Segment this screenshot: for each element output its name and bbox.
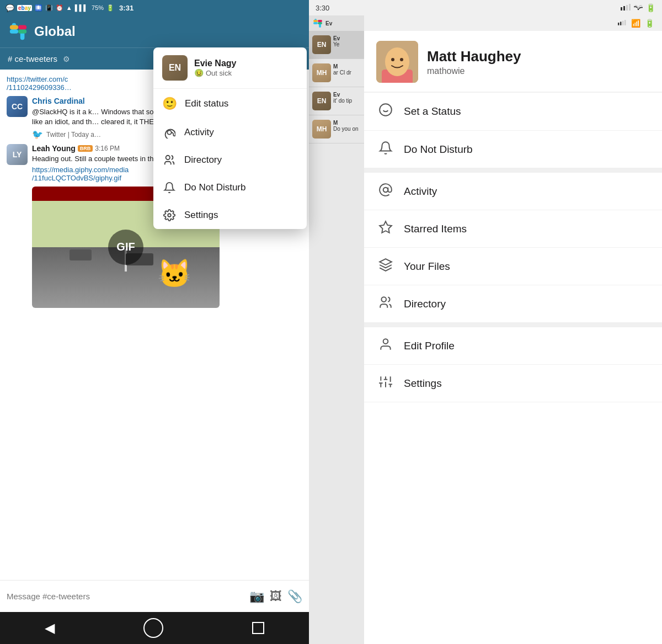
svg-rect-10 [18, 25, 26, 30]
status-bar-right: 3:30 🔋 [309, 0, 662, 15]
wifi-icon-profile: 📶 [631, 19, 640, 28]
mid-topbar-name: Ev [325, 20, 332, 26]
home-button[interactable] [143, 618, 163, 638]
mid-item-2[interactable]: MH M ar Cl dr [309, 59, 364, 87]
mid-avatar-3: EN [312, 92, 331, 110]
svg-point-4 [638, 8, 639, 10]
mid-text-4: M Do you on [333, 120, 359, 132]
svg-rect-19 [318, 20, 322, 22]
slack-logo [8, 21, 29, 42]
back-button[interactable]: ◀ [45, 620, 55, 636]
image-icon[interactable]: 🖼 [270, 589, 282, 604]
profile-header: Matt Haughey mathowie [364, 31, 662, 93]
sender-name-leah[interactable]: Leah Young [32, 144, 76, 153]
svg-point-27 [391, 58, 394, 61]
person-icon-profile [378, 337, 393, 354]
menu-edit-profile[interactable]: Edit Profile [364, 327, 662, 365]
activity-label: Activity [184, 127, 214, 138]
svg-point-28 [400, 58, 403, 61]
svg-rect-18 [313, 20, 318, 22]
dnd-label: Do Not Disturb [184, 182, 245, 193]
mid-avatar-1: EN [312, 35, 331, 54]
menu-starred[interactable]: Starred Items [364, 210, 662, 248]
dropdown-item-dnd[interactable]: Do Not Disturb [153, 174, 307, 201]
signal-bars-icon: ▌▌▌ [75, 4, 88, 11]
dropdown-item-edit-status[interactable]: 🙂 Edit status [153, 89, 307, 119]
dropdown-user-avatar: EN [162, 55, 188, 81]
svg-rect-23 [624, 20, 626, 25]
dropdown-header: EN Evie Nagy 🤢 Out sick [153, 47, 307, 89]
wifi-icon: ▲ [66, 4, 72, 11]
your-files-label: Your Files [404, 260, 450, 273]
directory-label: Directory [184, 155, 222, 166]
section-divider-1 [364, 168, 662, 173]
profile-info: Matt Haughey mathowie [427, 48, 521, 76]
profile-avatar [376, 41, 418, 83]
menu-settings[interactable]: Settings [364, 365, 662, 402]
mid-avatar-4: MH [312, 120, 331, 139]
mid-item-1[interactable]: EN Ev Ye [309, 31, 364, 59]
mid-topbar: Ev [309, 15, 364, 31]
dropdown-item-directory[interactable]: Directory [153, 146, 307, 174]
gif-label: GIF [108, 230, 143, 265]
directory-icon-dropdown [162, 154, 177, 166]
at-icon-profile [378, 183, 393, 200]
slack-topbar: Global [0, 15, 309, 47]
right-panel: Ev EN Ev Ye MH M ar Cl dr [309, 15, 662, 644]
sliders-icon-profile [378, 375, 393, 392]
dropdown-item-activity[interactable]: Activity [153, 119, 307, 146]
camera-icon[interactable]: 📷 [249, 589, 264, 604]
time-right: 3:30 [316, 4, 329, 12]
svg-rect-9 [10, 25, 18, 30]
star-icon-profile [378, 220, 393, 237]
gear-icon-dropdown [162, 209, 177, 221]
avatar-leah: LY [7, 144, 28, 165]
sender-name-chris[interactable]: Chris Cardinal [32, 97, 85, 105]
mid-avatar-2: MH [312, 63, 331, 82]
vibrate-icon: 📳 [45, 4, 53, 12]
main-wrapper: Global # ce-tweeters ⚙ https://twitter.c… [0, 15, 662, 644]
dnd-label-profile: Do Not Disturb [404, 143, 473, 156]
svg-rect-7 [10, 29, 18, 34]
signal-icon-profile [618, 19, 627, 27]
signal-icon-right [621, 4, 631, 12]
message-meta-chris: Twitter | Today a… [46, 131, 101, 139]
status-text: Out sick [206, 69, 232, 77]
edit-status-label: Edit status [185, 98, 228, 109]
bell-icon-dropdown [162, 182, 177, 194]
brb-badge: BRB [78, 145, 93, 152]
svg-marker-33 [380, 221, 392, 233]
channel-settings-icon[interactable]: ⚙ [63, 55, 70, 63]
recent-button[interactable] [252, 622, 264, 634]
dropdown-item-settings[interactable]: Settings [153, 201, 307, 229]
wifi-icon-right [634, 4, 643, 12]
app-title: Global [34, 24, 76, 39]
svg-point-32 [383, 188, 388, 193]
time-left: 3:31 [119, 4, 134, 12]
nav-bar: ◀ [0, 612, 309, 644]
dropdown-user-info: Evie Nagy 🤢 Out sick [194, 58, 236, 77]
battery-percent: 75% [92, 4, 104, 11]
mid-text-3: Ev it' do tip [333, 92, 352, 104]
svg-rect-16 [313, 22, 318, 24]
menu-dnd[interactable]: Do Not Disturb [364, 131, 662, 168]
battery-icon-right: 🔋 [646, 3, 655, 12]
svg-point-35 [381, 297, 386, 302]
svg-point-36 [383, 339, 388, 344]
mid-item-3[interactable]: EN Ev it' do tip [309, 87, 364, 115]
menu-set-status[interactable]: Set a Status [364, 93, 662, 131]
message-input[interactable] [7, 592, 244, 601]
profile-panel: 📶 🔋 [364, 15, 662, 644]
svg-rect-0 [621, 7, 622, 10]
mid-item-4[interactable]: MH M Do you on [309, 115, 364, 143]
attachment-icon[interactable]: 📎 [287, 589, 302, 604]
svg-rect-21 [620, 22, 621, 25]
menu-files[interactable]: Your Files [364, 248, 662, 285]
svg-rect-3 [629, 4, 631, 10]
menu-activity[interactable]: Activity [364, 173, 662, 210]
profile-avatar-img [376, 41, 418, 83]
menu-directory[interactable]: Directory [364, 285, 662, 323]
dropdown-status: 🤢 Out sick [194, 68, 236, 77]
message-time-leah: 3:16 PM [95, 145, 120, 152]
layers-icon-profile [378, 258, 393, 275]
